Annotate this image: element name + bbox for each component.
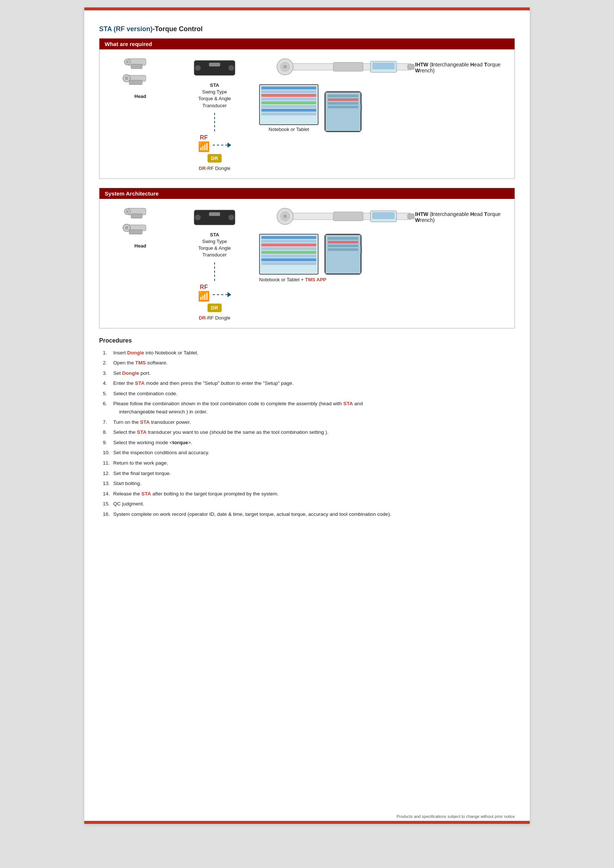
svg-point-10 <box>195 65 201 71</box>
proc-7: 7.Turn on the STA transducer power. <box>99 417 515 428</box>
ihtw-row-2: IHTW (Interchangeable Head Torque Wrench… <box>259 206 511 228</box>
svg-point-11 <box>228 65 234 71</box>
ihtw-svg-2 <box>259 206 415 227</box>
proc-3: 3.Set Dongle port. <box>99 368 515 378</box>
screens-row: Notebook or Tablet <box>259 84 361 132</box>
page: STA (RF version)-Torque Control What are… <box>84 8 530 824</box>
svg-point-5 <box>126 60 129 64</box>
proc-2: 2.Open the TMS software. <box>99 358 515 368</box>
svg-rect-23 <box>129 230 142 234</box>
svg-point-7 <box>125 76 129 80</box>
section2-content: Head STA Swing Type Torque & Angle <box>99 199 515 328</box>
svg-rect-19 <box>408 64 414 70</box>
rf-connector-2: RF 📶 DR DR-RF Dongle <box>198 262 231 321</box>
top-bar <box>84 8 530 10</box>
section1-content: Head STA Swing Type Torque <box>99 50 515 178</box>
right-block: IHTW (Interchangeable Head Torque Wrench… <box>252 57 511 132</box>
proc-16: 16.System complete on work record (opera… <box>99 509 515 519</box>
proc-10: 10.Set the inspection conditions and acc… <box>99 448 515 458</box>
proc-6: 6.Please follow the combination shown in… <box>99 398 515 417</box>
ihtw-label: IHTW (Interchangeable Head Torque Wrench… <box>415 62 511 73</box>
sta-image <box>192 57 237 79</box>
proc-5: 5.Select the combination code. <box>99 389 515 399</box>
head-col-2: Head <box>103 206 177 250</box>
svg-rect-21 <box>131 214 142 218</box>
ihtw-image <box>259 57 415 78</box>
sta-svg <box>192 57 237 79</box>
sta-image-2 <box>192 206 237 229</box>
section2-box: System Architecture <box>99 188 515 329</box>
head-svg <box>120 57 161 90</box>
notebook-label: Notebook or Tablet <box>269 127 309 132</box>
dashed-arrow-2 <box>213 292 231 297</box>
tablet-image <box>324 91 361 132</box>
svg-rect-3 <box>129 80 142 85</box>
arrow-right-icon-2 <box>228 292 231 297</box>
svg-rect-29 <box>209 212 220 216</box>
svg-rect-36 <box>333 212 363 221</box>
arrow-right-icon <box>228 143 231 148</box>
proc-9: 9.Select the working mode <torque>. <box>99 437 515 448</box>
notebook-col-2 <box>259 234 318 274</box>
svg-point-27 <box>125 226 129 230</box>
proc-8: 8.Select the STA transducer you want to … <box>99 427 515 437</box>
procedures-list: 1.Insert Dongle into Notebook or Tablet.… <box>99 348 515 519</box>
rf-row: RF 📶 <box>198 134 231 152</box>
dongle-box: DR <box>208 154 222 163</box>
ihtw-label-2: IHTW (Interchangeable Head Torque Wrench… <box>415 211 511 223</box>
proc-13: 13.Start bolting. <box>99 478 515 489</box>
svg-rect-16 <box>333 62 363 71</box>
bottom-notice: Products and specifications subject to c… <box>397 814 515 818</box>
svg-rect-18 <box>372 63 395 70</box>
h-dashed-line <box>213 145 228 146</box>
head-label: Head <box>134 93 146 100</box>
sta-col-2: STA Swing Type Torque & Angle Transducer… <box>177 206 252 321</box>
dongle-box-2: DR <box>208 304 222 312</box>
dongle-label-2: DR-RF Dongle <box>198 315 230 321</box>
wifi-icon: 📶 <box>198 141 210 152</box>
dashed-arrow <box>213 143 231 148</box>
head-label-2: Head <box>134 243 146 250</box>
head-image-2 <box>120 206 161 240</box>
rf-col: RF 📶 <box>198 134 210 152</box>
procedures-section: Procedures 1.Insert Dongle into Notebook… <box>99 337 515 519</box>
svg-rect-1 <box>131 64 142 69</box>
sta-svg-2 <box>192 206 237 229</box>
svg-point-25 <box>126 210 129 213</box>
svg-point-15 <box>283 65 287 69</box>
sta-label-2: STA Swing Type Torque & Angle Transducer <box>198 232 231 259</box>
sta-label: STA Swing Type Torque & Angle Transducer <box>198 82 231 109</box>
svg-point-35 <box>283 214 287 218</box>
svg-rect-38 <box>372 212 395 219</box>
proc-12: 12.Set the final target torque. <box>99 468 515 479</box>
bottom-bar <box>84 821 530 824</box>
screens-row-2 <box>259 234 361 274</box>
section1-header: What are required <box>99 39 515 50</box>
rf-col-2: RF 📶 <box>198 284 210 302</box>
ihtw-svg <box>259 57 415 77</box>
proc-11: 11.Return to the work page. <box>99 458 515 468</box>
title-rest: -Torque Control <box>153 25 203 33</box>
dongle-label: DR-RF Dongle <box>198 166 230 171</box>
section1-box: What are required <box>99 38 515 179</box>
proc-4: 4.Enter the STA mode and then press the … <box>99 378 515 389</box>
svg-rect-39 <box>408 214 414 219</box>
title-blue: STA (RF version) <box>99 25 153 33</box>
wifi-icon-2: 📶 <box>198 291 210 302</box>
rf-label-2: RF <box>200 284 208 291</box>
h-dashed-line-2 <box>213 294 228 295</box>
ihtw-image-2 <box>259 206 415 228</box>
page-title: STA (RF version)-Torque Control <box>99 25 515 33</box>
proc-1: 1.Insert Dongle into Notebook or Tablet. <box>99 348 515 358</box>
notebook-screen <box>259 84 318 125</box>
dashed-line-v <box>214 113 215 131</box>
procedures-title: Procedures <box>99 337 515 344</box>
screen-content-2 <box>260 234 318 274</box>
right-block-2: IHTW (Interchangeable Head Torque Wrench… <box>252 206 511 282</box>
svg-point-31 <box>228 214 234 220</box>
notebook-tablet-tms-label: Notebook or Tablet + TMS APP <box>259 277 326 282</box>
notebook-screen-2 <box>259 234 318 274</box>
proc-14: 14.Release the STA after bolting to the … <box>99 489 515 499</box>
ihtw-row: IHTW (Interchangeable Head Torque Wrench… <box>259 57 511 78</box>
rf-row-2: RF 📶 <box>198 284 231 302</box>
